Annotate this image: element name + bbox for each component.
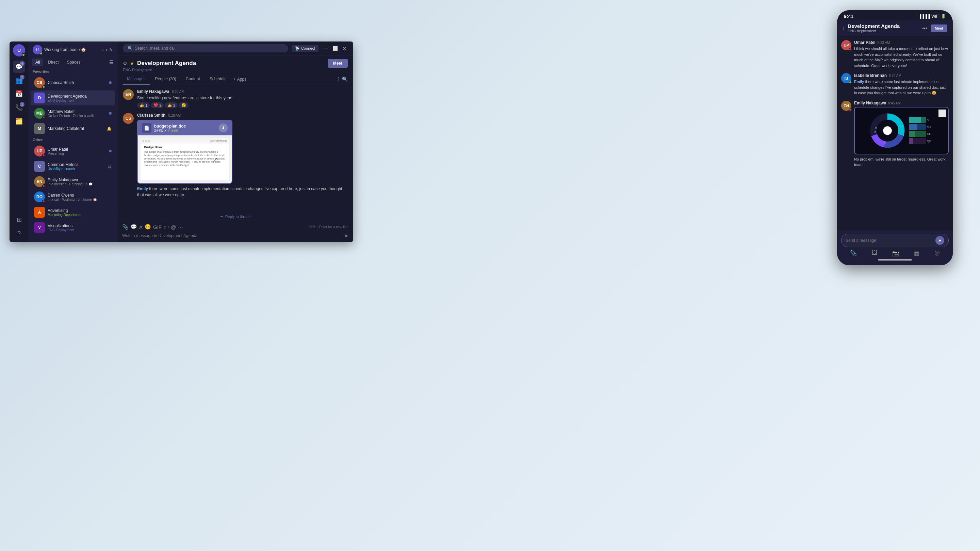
message-row: EN Emily Nakagawa 8:20 AM Some exciting … (123, 89, 348, 108)
chart-attachment: M R A Z Q A (854, 107, 949, 154)
channel-tabs: Messages People (30) Content Schedule + … (118, 74, 353, 85)
gif-icon[interactable]: GIF (153, 224, 162, 230)
phone-input-placeholder[interactable]: Send a message (846, 238, 935, 243)
send-button[interactable]: ➤ (344, 233, 348, 238)
tab-messages[interactable]: Messages (123, 74, 150, 85)
phone-channel-sub: ENG deployment (848, 29, 919, 33)
tab-spaces[interactable]: Spaces (64, 59, 84, 66)
channel-star-icon[interactable]: ★ (130, 60, 134, 66)
chat-info: Common Metrics Usability research (48, 162, 105, 171)
chat-info: Visualizations ENG Deployment (48, 224, 111, 232)
tab-content[interactable]: Content (182, 74, 204, 85)
reply-thread-label: Reply to thread (225, 214, 251, 219)
sidebar-new-chat-icon[interactable]: ✎ (109, 47, 113, 52)
download-button[interactable]: ⬇ (219, 124, 228, 132)
nav-calendar-icon[interactable]: 📅 (13, 88, 25, 100)
chat-avatar: CS (34, 77, 45, 88)
phone-back-button[interactable]: ‹ (843, 25, 844, 31)
reaction-thumbsup2[interactable]: 👍 2 (165, 102, 178, 108)
compose-toolbar: 📎 💬 A 😊 GIF 🏷 @ ⋯ Shift + Enter for a ne… (122, 224, 348, 230)
nav-help-icon[interactable]: ? (13, 227, 25, 240)
phone-image-icon[interactable]: 🖼 (872, 250, 877, 256)
message-header: Emily Nakagawa 8:20 AM (137, 89, 348, 94)
more-options-icon[interactable]: ⋯ (178, 224, 183, 230)
phone-ellipsis-icon[interactable]: ••• (922, 25, 927, 31)
list-item[interactable]: MB Matthew Baker Do Not Disturb · Out fo… (30, 106, 115, 121)
nav-files-icon[interactable]: 🗂️ (13, 115, 25, 127)
attach-icon[interactable]: 📎 (122, 224, 129, 230)
nav-phone-icon[interactable]: 📞 1 (13, 102, 25, 114)
compose-input[interactable]: Write a message to Development Agenda (122, 232, 344, 240)
list-item[interactable]: C Common Metrics Usability research @ (30, 159, 115, 174)
meet-button[interactable]: Meet (328, 59, 348, 68)
list-item[interactable]: D Development Agenda ENG Deployment (30, 91, 115, 105)
chat-info: Emily Nakagawa In a meeting · Catching u… (48, 178, 111, 186)
sidebar-forward-icon[interactable]: › (106, 47, 107, 52)
nav-chat-icon[interactable]: 💬 4 (13, 60, 25, 73)
minimize-button[interactable]: — (322, 45, 329, 52)
file-name: budget-plan.doc (154, 124, 216, 129)
list-item[interactable]: UP Umar Patel Presenting (30, 143, 115, 159)
sidebar-user-avatar[interactable]: U (33, 45, 42, 54)
connect-button[interactable]: 📡 Connect (292, 45, 318, 52)
reply-thread-bar[interactable]: ↩ Reply to thread (118, 212, 353, 221)
tab-direct[interactable]: Direct (45, 59, 62, 66)
preview-toolbar: EDIT IN WORD (140, 138, 229, 143)
list-item[interactable]: V Visualizations ENG Deployment (30, 220, 115, 235)
format-text-icon[interactable]: A (139, 224, 143, 230)
nav-apps-icon[interactable]: ⊞ (13, 214, 25, 226)
wifi-icon: WiFi (931, 14, 940, 19)
phone-attach-icon[interactable]: 📎 (850, 250, 857, 256)
share-icon[interactable]: ⤴ (337, 76, 339, 82)
search-icon: 🔍 (127, 46, 133, 51)
phone-meet-button[interactable]: Meet (931, 24, 947, 32)
list-item[interactable]: A Advertising Marketing Department (30, 205, 115, 220)
phone-message-time: 8:45 AM (888, 102, 901, 105)
filter-icon[interactable]: ☰ (109, 60, 114, 65)
nav-team-icon[interactable]: 👥 1 (13, 74, 25, 86)
toolbar-dot (143, 140, 144, 142)
phone-status-bar: 9:41 ▐▐▐▐ WiFi 🔋 (837, 10, 953, 21)
phone-message-text: No problem, we're still on target regard… (854, 156, 949, 168)
message-avatar: CS (123, 113, 134, 124)
phone-camera-icon[interactable]: 📷 (892, 250, 899, 256)
plus-icon: + (234, 77, 236, 82)
phone-message-text: I think we should all take a moment to r… (854, 46, 949, 68)
bar-chart: A MZ CD (906, 114, 934, 147)
list-item[interactable]: CS Clarissa Smith (30, 75, 115, 90)
emoji-icon[interactable]: 😊 (145, 224, 151, 230)
sidebar-tabs: All Direct Spaces ☰ (29, 56, 117, 68)
phone-mention-icon[interactable]: @ (934, 250, 940, 256)
reaction-surprise[interactable]: 😮 (179, 102, 189, 108)
phone-gif-icon[interactable]: ▦ (914, 250, 919, 256)
chat-bubble-icon[interactable]: 💬 (130, 224, 137, 230)
reaction-thumbsup1[interactable]: 👍 1 (137, 102, 150, 108)
tab-schedule[interactable]: Schedule (205, 74, 231, 85)
maximize-button[interactable]: ⬜ (331, 45, 339, 52)
reaction-heart[interactable]: ❤️ 2 (151, 102, 164, 108)
search-bar[interactable]: 🔍 Search, meet, and call (123, 44, 288, 52)
list-item[interactable]: M Marketing Collateral 🔔 (30, 121, 115, 136)
safe-separator: • (165, 129, 166, 132)
close-button[interactable]: ✕ (341, 45, 348, 52)
add-apps-button[interactable]: + Apps (234, 77, 247, 82)
mention-icon[interactable]: @ (171, 224, 176, 230)
list-item[interactable]: DO Darren Owens In a call · Working from… (30, 189, 115, 205)
list-item[interactable]: EN Emily Nakagawa In a meeting · Catchin… (30, 174, 115, 189)
chat-subtitle: Presenting (48, 152, 106, 156)
sticker-icon[interactable]: 🏷 (164, 224, 169, 230)
sidebar-back-icon[interactable]: ‹ (102, 47, 103, 52)
message-text: Emily there were some last minute implem… (137, 186, 348, 198)
user-avatar[interactable]: U (13, 44, 25, 56)
tab-people[interactable]: People (30) (151, 74, 180, 85)
channel-settings-icon[interactable]: ⚙ (123, 60, 127, 66)
phone-home-indicator (878, 259, 912, 260)
search-messages-icon[interactable]: 🔍 (342, 76, 348, 82)
phone-send-button[interactable]: ➤ (935, 236, 944, 245)
battery-icon: 🔋 (941, 14, 946, 19)
chat-info: Umar Patel Presenting (48, 147, 106, 156)
bell-icon: 🔔 (107, 127, 111, 131)
phone-message-content: Umar Patel 8:23 AM I think we should all… (854, 40, 949, 68)
tab-all[interactable]: All (32, 59, 43, 66)
bar-label: MZ (927, 125, 931, 129)
